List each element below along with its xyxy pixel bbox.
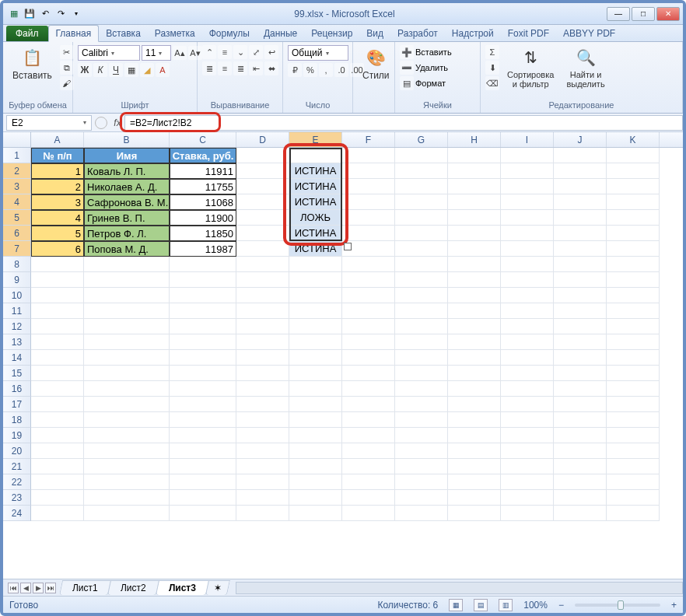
cell-F21[interactable] bbox=[342, 459, 395, 474]
tab-data[interactable]: Данные bbox=[257, 26, 304, 41]
cell-I7[interactable] bbox=[501, 241, 554, 257]
cell-I20[interactable] bbox=[501, 443, 554, 459]
cell-D5[interactable] bbox=[236, 210, 289, 226]
font-color-icon[interactable]: A bbox=[156, 63, 170, 77]
row-header[interactable]: 4 bbox=[3, 194, 31, 210]
row-header[interactable]: 19 bbox=[3, 428, 31, 443]
cell-C24[interactable] bbox=[170, 506, 236, 521]
cell-I8[interactable] bbox=[501, 257, 554, 272]
row-header[interactable]: 15 bbox=[3, 366, 31, 381]
cell-G19[interactable] bbox=[395, 428, 448, 443]
tab-abbyy[interactable]: ABBYY PDF bbox=[556, 26, 622, 41]
cell-J1[interactable] bbox=[554, 148, 607, 163]
tab-foxit[interactable]: Foxit PDF bbox=[501, 26, 556, 41]
cell-F15[interactable] bbox=[342, 366, 395, 381]
border-icon[interactable]: ▦ bbox=[124, 63, 138, 77]
col-B[interactable]: B bbox=[84, 132, 170, 147]
row-header[interactable]: 10 bbox=[3, 288, 31, 303]
cell-C21[interactable] bbox=[170, 459, 236, 474]
cell-K15[interactable] bbox=[607, 366, 660, 381]
zoom-in-button[interactable]: + bbox=[671, 600, 677, 611]
cell-F11[interactable] bbox=[342, 303, 395, 319]
cell-I1[interactable] bbox=[501, 148, 554, 163]
cell-E2[interactable]: ИСТИНА bbox=[289, 163, 342, 179]
cell-I15[interactable] bbox=[501, 366, 554, 381]
cell-K3[interactable] bbox=[607, 179, 660, 194]
tab-addins[interactable]: Надстрой bbox=[445, 26, 501, 41]
cell-H10[interactable] bbox=[448, 288, 501, 303]
cell-C2[interactable]: 11911 bbox=[170, 163, 236, 179]
merge-icon[interactable]: ⬌ bbox=[264, 61, 278, 75]
cell-C23[interactable] bbox=[170, 490, 236, 506]
cell-J14[interactable] bbox=[554, 350, 607, 366]
cell-I18[interactable] bbox=[501, 412, 554, 428]
zoom-out-button[interactable]: − bbox=[558, 600, 564, 611]
cell-K5[interactable] bbox=[607, 210, 660, 226]
cell-G9[interactable] bbox=[395, 272, 448, 288]
cell-D21[interactable] bbox=[236, 459, 289, 474]
cell-F5[interactable] bbox=[342, 210, 395, 226]
cell-K24[interactable] bbox=[607, 506, 660, 521]
cell-J19[interactable] bbox=[554, 428, 607, 443]
cell-C3[interactable]: 11755 bbox=[170, 179, 236, 194]
sheet-tab-2[interactable]: Лист2 bbox=[107, 580, 159, 595]
bold-icon[interactable]: Ж bbox=[78, 63, 92, 77]
find-select-button[interactable]: 🔍 Найти и выделить bbox=[562, 45, 609, 90]
file-tab[interactable]: Файл bbox=[6, 26, 48, 41]
row-header[interactable]: 14 bbox=[3, 350, 31, 366]
row-header[interactable]: 5 bbox=[3, 210, 31, 226]
cell-B17[interactable] bbox=[84, 397, 170, 412]
font-name-combo[interactable]: Calibri▾ bbox=[78, 45, 140, 61]
cell-K11[interactable] bbox=[607, 303, 660, 319]
cell-C14[interactable] bbox=[170, 350, 236, 366]
cell-C9[interactable] bbox=[170, 272, 236, 288]
cell-K22[interactable] bbox=[607, 474, 660, 490]
cell-G6[interactable] bbox=[395, 226, 448, 241]
cell-E9[interactable] bbox=[289, 272, 342, 288]
cell-F14[interactable] bbox=[342, 350, 395, 366]
view-pagebreak-icon[interactable]: ▥ bbox=[499, 599, 513, 611]
cell-E22[interactable] bbox=[289, 474, 342, 490]
cell-H16[interactable] bbox=[448, 381, 501, 397]
row-header[interactable]: 20 bbox=[3, 443, 31, 459]
cell-J4[interactable] bbox=[554, 194, 607, 210]
undo-icon[interactable]: ↶ bbox=[39, 8, 51, 20]
cell-D11[interactable] bbox=[236, 303, 289, 319]
cell-F4[interactable] bbox=[342, 194, 395, 210]
cell-J17[interactable] bbox=[554, 397, 607, 412]
cell-E4[interactable]: ИСТИНА bbox=[289, 194, 342, 210]
cell-K19[interactable] bbox=[607, 428, 660, 443]
cell-E15[interactable] bbox=[289, 366, 342, 381]
horizontal-scrollbar[interactable] bbox=[236, 582, 683, 594]
cell-H5[interactable] bbox=[448, 210, 501, 226]
cell-A3[interactable]: 2 bbox=[31, 179, 84, 194]
cell-C15[interactable] bbox=[170, 366, 236, 381]
increase-decimal-icon[interactable]: .0 bbox=[334, 63, 348, 77]
cell-A2[interactable]: 1 bbox=[31, 163, 84, 179]
cell-F17[interactable] bbox=[342, 397, 395, 412]
sheet-nav-prev-icon[interactable]: ◀ bbox=[20, 583, 31, 593]
cell-J15[interactable] bbox=[554, 366, 607, 381]
cell-B12[interactable] bbox=[84, 319, 170, 334]
sheet-nav-last-icon[interactable]: ⏭ bbox=[45, 583, 56, 593]
cell-B4[interactable]: Сафронова В. М. bbox=[84, 194, 170, 210]
cell-E16[interactable] bbox=[289, 381, 342, 397]
cell-E7[interactable]: ИСТИНА bbox=[289, 241, 342, 257]
cell-B24[interactable] bbox=[84, 506, 170, 521]
cell-G22[interactable] bbox=[395, 474, 448, 490]
worksheet-grid[interactable]: A B C D E F G H I J K 1№ п/пИмяСтавка, р… bbox=[3, 132, 683, 583]
cell-J7[interactable] bbox=[554, 241, 607, 257]
cell-A17[interactable] bbox=[31, 397, 84, 412]
cell-K8[interactable] bbox=[607, 257, 660, 272]
save-icon[interactable]: 💾 bbox=[23, 8, 36, 20]
paste-button[interactable]: 📋 Вставить bbox=[8, 45, 57, 82]
cell-D24[interactable] bbox=[236, 506, 289, 521]
cell-B21[interactable] bbox=[84, 459, 170, 474]
col-D[interactable]: D bbox=[236, 132, 289, 147]
maximize-button[interactable]: □ bbox=[632, 7, 655, 21]
cell-E8[interactable] bbox=[289, 257, 342, 272]
cell-C5[interactable]: 11900 bbox=[170, 210, 236, 226]
cell-A8[interactable] bbox=[31, 257, 84, 272]
cell-I14[interactable] bbox=[501, 350, 554, 366]
percent-icon[interactable]: % bbox=[303, 63, 317, 77]
